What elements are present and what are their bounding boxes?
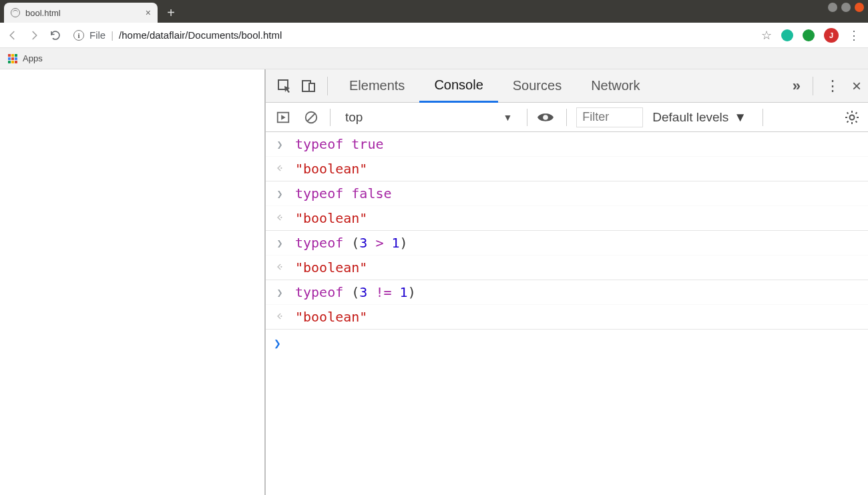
console-output-row: "boolean" <box>266 206 868 231</box>
console-input-row: ❯typeof false <box>266 181 868 206</box>
page-viewport <box>0 69 266 495</box>
separator <box>327 77 328 95</box>
live-expression-button[interactable] <box>537 111 557 124</box>
gear-icon <box>844 109 860 125</box>
window-minimize-button[interactable] <box>828 3 837 12</box>
prompt-chevron-icon: ❯ <box>274 336 281 350</box>
toggle-console-sidebar-button[interactable] <box>274 108 292 127</box>
levels-label: Default levels <box>652 110 728 125</box>
svg-point-11 <box>280 316 282 317</box>
site-info-icon[interactable]: i <box>73 30 84 41</box>
console-settings-button[interactable] <box>844 109 860 125</box>
extension-grammarly-icon[interactable] <box>781 29 793 41</box>
window-controls <box>828 3 864 12</box>
svg-line-5 <box>308 113 315 121</box>
window-maximize-button[interactable] <box>841 3 851 12</box>
url-separator: | <box>111 29 114 41</box>
console-input-code: typeof true <box>295 136 383 152</box>
console-prompt[interactable]: ❯ <box>266 330 868 356</box>
forward-button[interactable] <box>27 28 41 43</box>
sidebar-play-icon <box>276 110 290 125</box>
arrow-right-icon <box>28 29 40 41</box>
devtools-tab-bar: Elements Console Sources Network » ⋮ × <box>266 69 868 103</box>
url-path: /home/dataflair/Documents/bool.html <box>119 29 282 41</box>
output-return-icon <box>274 210 286 222</box>
window-close-button[interactable] <box>855 3 864 12</box>
separator <box>763 109 763 126</box>
tab-network[interactable]: Network <box>576 69 654 103</box>
devtools-menu-icon[interactable]: ⋮ <box>825 77 840 95</box>
output-return-icon <box>274 260 286 272</box>
console-output-row: "boolean" <box>266 256 868 280</box>
url-scheme-label: File <box>89 29 105 41</box>
browser-tab[interactable]: bool.html × <box>4 3 158 23</box>
console-input-row: ❯typeof true <box>266 132 868 157</box>
devtools-close-icon[interactable]: × <box>852 77 861 95</box>
svg-point-6 <box>543 115 548 120</box>
console-output-row: "boolean" <box>266 157 868 181</box>
inspect-cursor-icon <box>276 78 292 94</box>
console-output-value: "boolean" <box>295 260 367 276</box>
console-prompt-input[interactable] <box>290 335 860 351</box>
console-toolbar: top ▼ Default levels ▼ <box>266 103 868 132</box>
tab-title: bool.html <box>25 8 61 18</box>
bookmark-star-icon[interactable]: ☆ <box>761 28 772 43</box>
output-return-icon <box>274 161 286 173</box>
console-input-code: typeof (3 > 1) <box>295 235 408 251</box>
eye-icon <box>537 111 554 124</box>
tab-sources[interactable]: Sources <box>498 69 576 103</box>
separator <box>527 109 527 126</box>
browser-menu-icon[interactable]: ⋮ <box>848 28 860 43</box>
favicon-globe-icon <box>11 8 20 17</box>
console-input-code: typeof (3 != 1) <box>295 284 416 300</box>
separator <box>566 109 567 126</box>
apps-grid-icon[interactable] <box>8 54 17 63</box>
console-output-value: "boolean" <box>295 309 367 325</box>
new-tab-button[interactable]: + <box>162 3 180 22</box>
log-levels-select[interactable]: Default levels ▼ <box>652 110 746 125</box>
inspect-element-button[interactable] <box>272 74 296 98</box>
input-chevron-icon: ❯ <box>274 185 286 200</box>
tab-elements[interactable]: Elements <box>335 69 419 103</box>
context-label: top <box>345 110 363 125</box>
console-input-row: ❯typeof (3 > 1) <box>266 231 868 256</box>
clear-console-button[interactable] <box>302 108 320 127</box>
dropdown-caret-icon: ▼ <box>734 110 746 125</box>
reload-icon <box>49 29 61 41</box>
more-tabs-icon[interactable]: » <box>793 77 801 95</box>
dropdown-caret-icon: ▼ <box>503 112 512 123</box>
svg-point-8 <box>280 167 282 169</box>
arrow-left-icon <box>7 29 19 41</box>
svg-rect-2 <box>309 83 314 91</box>
console-body[interactable]: ❯typeof true"boolean"❯typeof false"boole… <box>266 132 868 495</box>
profile-avatar[interactable]: J <box>824 28 839 43</box>
input-chevron-icon: ❯ <box>274 284 286 299</box>
console-output-value: "boolean" <box>295 161 367 177</box>
browser-toolbar: i File | /home/dataflair/Documents/bool.… <box>0 23 868 48</box>
tab-close-icon[interactable]: × <box>146 7 151 18</box>
devtools-right-controls: » ⋮ × <box>793 77 861 95</box>
input-chevron-icon: ❯ <box>274 235 286 250</box>
address-bar[interactable]: i File | /home/dataflair/Documents/bool.… <box>69 26 754 45</box>
console-filter-input[interactable] <box>576 107 643 127</box>
clear-icon <box>304 110 318 125</box>
device-icon <box>300 78 316 94</box>
back-button[interactable] <box>5 28 20 43</box>
tab-strip: bool.html × + <box>0 0 180 23</box>
devtools-panel: Elements Console Sources Network » ⋮ × <box>266 69 868 495</box>
bookmarks-bar: Apps <box>0 48 868 69</box>
svg-point-9 <box>280 217 282 218</box>
svg-point-10 <box>280 266 282 268</box>
tab-console[interactable]: Console <box>419 69 497 103</box>
execution-context-select[interactable]: top ▼ <box>340 109 517 126</box>
svg-point-7 <box>850 115 855 119</box>
console-input-code: typeof false <box>295 185 392 201</box>
device-toolbar-button[interactable] <box>296 74 320 98</box>
content-area: Elements Console Sources Network » ⋮ × <box>0 69 868 495</box>
console-output-value: "boolean" <box>295 210 367 226</box>
extension-green-icon[interactable] <box>803 29 815 41</box>
output-return-icon <box>274 309 286 321</box>
reload-button[interactable] <box>48 28 63 43</box>
separator <box>813 77 813 95</box>
apps-label[interactable]: Apps <box>23 53 43 63</box>
